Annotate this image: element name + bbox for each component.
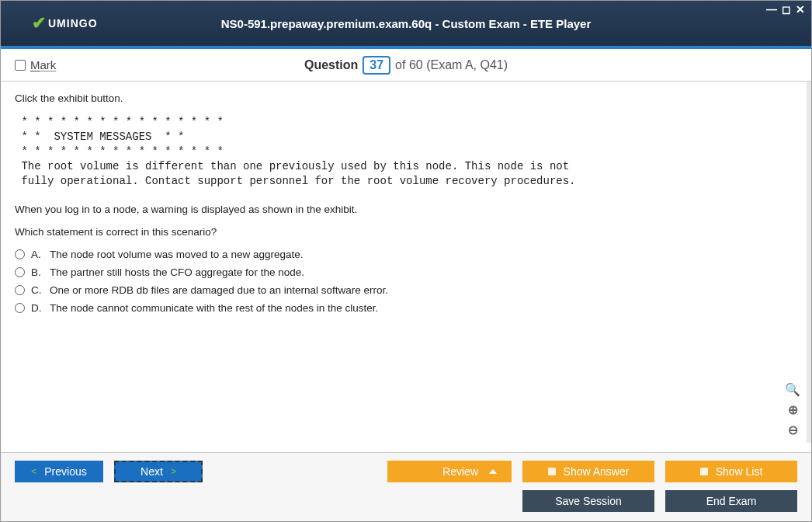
option-text: The partner still hosts the CFO aggregat… <box>50 266 304 278</box>
option-letter: C. <box>31 284 43 296</box>
question-number: 37 <box>363 56 390 75</box>
options-list: A. The node root volume was moved to a n… <box>15 249 793 314</box>
search-icon[interactable]: 🔍 <box>785 381 800 397</box>
chevron-left-icon: < <box>31 466 36 477</box>
radio-icon[interactable] <box>15 285 25 295</box>
radio-icon[interactable] <box>15 249 25 259</box>
option-letter: D. <box>31 302 43 314</box>
option-letter: B. <box>31 266 43 278</box>
save-session-button[interactable]: Save Session <box>522 490 654 512</box>
window-title: NS0-591.prepaway.premium.exam.60q - Cust… <box>221 17 592 30</box>
question-indicator: Question 37 of 60 (Exam A, Q41) <box>304 56 508 75</box>
maximize-icon[interactable]: ◻ <box>782 3 791 16</box>
question-word: Question <box>304 58 358 72</box>
question-content: Click the exhibit button. * * * * * * * … <box>1 82 811 443</box>
minimize-icon[interactable]: — <box>766 3 777 16</box>
square-icon <box>548 468 556 475</box>
app-logo: ✔ UMINGO <box>32 13 98 33</box>
zoom-in-icon[interactable]: ⊕ <box>785 402 800 417</box>
review-label: Review <box>442 465 478 478</box>
close-icon[interactable]: ✕ <box>796 3 805 16</box>
show-list-button[interactable]: Show List <box>665 461 797 482</box>
option-a[interactable]: A. The node root volume was moved to a n… <box>15 249 793 260</box>
chevron-right-icon: > <box>171 466 176 477</box>
option-text: The node root volume was moved to a new … <box>50 249 303 260</box>
end-exam-label: End Exam <box>706 495 757 507</box>
option-c[interactable]: C. One or more RDB db files are damaged … <box>15 284 793 296</box>
option-d[interactable]: D. The node cannot communicate with the … <box>15 302 793 314</box>
next-button[interactable]: Next > <box>114 461 203 482</box>
question-of-text: of 60 (Exam A, Q41) <box>395 58 508 72</box>
mark-checkbox-wrap[interactable]: Mark <box>15 58 56 71</box>
mark-label: Mark <box>30 58 56 71</box>
question-text: Which statement is correct in this scena… <box>15 226 793 238</box>
exhibit-block: * * * * * * * * * * * * * * * * * * SYST… <box>15 115 793 188</box>
show-list-label: Show List <box>716 465 763 478</box>
question-header: Mark Question 37 of 60 (Exam A, Q41) <box>1 49 811 82</box>
end-exam-button[interactable]: End Exam <box>665 490 797 512</box>
zoom-out-icon[interactable]: ⊖ <box>785 422 800 437</box>
next-label: Next <box>141 465 163 478</box>
footer: < Previous Next > Review Show Answer Sho… <box>1 452 811 521</box>
option-b[interactable]: B. The partner still hosts the CFO aggre… <box>15 266 793 278</box>
mark-checkbox[interactable] <box>15 60 26 71</box>
review-button[interactable]: Review <box>387 461 512 482</box>
previous-label: Previous <box>44 465 86 478</box>
show-answer-button[interactable]: Show Answer <box>522 461 654 482</box>
instruction-text: Click the exhibit button. <box>15 92 793 104</box>
previous-button[interactable]: < Previous <box>15 461 103 482</box>
option-letter: A. <box>31 249 43 260</box>
radio-icon[interactable] <box>15 267 25 277</box>
option-text: The node cannot communicate with the res… <box>50 302 378 314</box>
scenario-text: When you log in to a node, a warning is … <box>15 204 793 215</box>
radio-icon[interactable] <box>15 303 25 313</box>
square-icon <box>700 468 708 475</box>
titlebar: ✔ UMINGO NS0-591.prepaway.premium.exam.6… <box>1 1 811 49</box>
triangle-up-icon <box>489 469 497 474</box>
show-answer-label: Show Answer <box>564 465 630 478</box>
window-controls: — ◻ ✕ <box>766 3 805 16</box>
option-text: One or more RDB db files are damaged due… <box>50 284 388 296</box>
save-session-label: Save Session <box>555 495 622 507</box>
zoom-controls: 🔍 ⊕ ⊖ <box>785 381 800 437</box>
logo-check-icon: ✔ <box>32 13 47 33</box>
brand-text: UMINGO <box>48 17 98 30</box>
